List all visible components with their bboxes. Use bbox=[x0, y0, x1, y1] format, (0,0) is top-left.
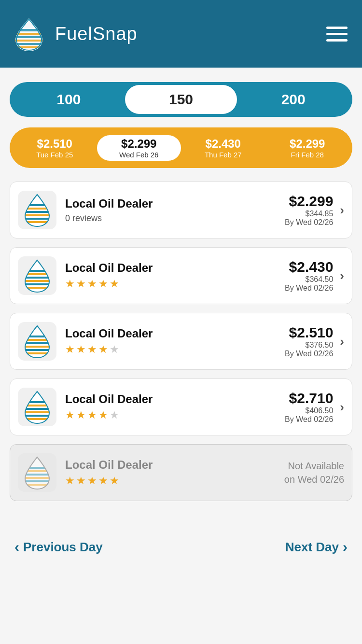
star-4: ★ bbox=[98, 343, 108, 356]
date-price-wed: $2.299 bbox=[121, 137, 156, 151]
date-price-tue: $2.510 bbox=[37, 137, 72, 151]
quantity-option-150[interactable]: 150 bbox=[125, 85, 237, 114]
chevron-right-icon-4: › bbox=[340, 400, 344, 415]
svg-rect-26 bbox=[25, 352, 49, 354]
date-option-fri[interactable]: $2.299 Fri Feb 28 bbox=[265, 135, 350, 161]
dealer-delivery-2: By Wed 02/26 bbox=[285, 284, 333, 293]
star-1: ★ bbox=[65, 343, 75, 356]
date-option-tue[interactable]: $2.510 Tue Feb 25 bbox=[13, 135, 97, 161]
dealer-price-area-1: $2.299 $344.85 By Wed 02/26 bbox=[285, 193, 333, 227]
dealer-stars-2: ★ ★ ★ ★ ★ bbox=[65, 278, 285, 290]
quantity-selector: 100 150 200 bbox=[10, 82, 352, 117]
star-4: ★ bbox=[98, 278, 108, 290]
dealer-delivery-3: By Wed 02/26 bbox=[285, 350, 333, 358]
app-header: FuelSnap bbox=[0, 0, 362, 68]
dealer-info-3: Local Oil Dealer ★ ★ ★ ★ ★ bbox=[65, 327, 285, 356]
svg-rect-16 bbox=[25, 277, 49, 279]
dealer-price-area-3: $2.510 $376.50 By Wed 02/26 bbox=[285, 324, 333, 358]
dealer-info-5: Local Oil Dealer ★ ★ ★ ★ ★ bbox=[65, 458, 284, 487]
svg-rect-19 bbox=[25, 287, 49, 289]
chevron-right-icon-1: › bbox=[340, 203, 344, 218]
dealer-name-3: Local Oil Dealer bbox=[65, 327, 285, 340]
dealer-name-4: Local Oil Dealer bbox=[65, 392, 285, 406]
svg-rect-23 bbox=[25, 342, 49, 344]
dealer-card-3[interactable]: Local Oil Dealer ★ ★ ★ ★ ★ $2.510 $376.5… bbox=[10, 313, 352, 370]
dealer-total-3: $376.50 bbox=[285, 341, 333, 350]
star-3: ★ bbox=[87, 409, 97, 421]
dealer-info-4: Local Oil Dealer ★ ★ ★ ★ ★ bbox=[65, 392, 285, 421]
dealer-delivery-1: By Wed 02/26 bbox=[285, 218, 333, 227]
svg-rect-11 bbox=[25, 218, 49, 220]
date-price-thu: $2.430 bbox=[206, 137, 241, 151]
menu-button[interactable] bbox=[326, 27, 348, 42]
logo-area: FuelSnap bbox=[10, 14, 138, 53]
previous-day-label: Previous Day bbox=[23, 540, 103, 555]
svg-rect-38 bbox=[25, 477, 49, 479]
chevron-right-icon-3: › bbox=[340, 334, 344, 349]
svg-rect-40 bbox=[25, 484, 49, 486]
dealer-total-4: $406.50 bbox=[285, 406, 333, 415]
svg-rect-39 bbox=[25, 480, 49, 482]
dealer-card-4[interactable]: Local Oil Dealer ★ ★ ★ ★ ★ $2.710 $406.5… bbox=[10, 378, 352, 435]
svg-rect-25 bbox=[25, 349, 49, 351]
star-2: ★ bbox=[76, 409, 86, 421]
svg-rect-9 bbox=[25, 211, 49, 213]
dealer-card-1[interactable]: Local Oil Dealer 0 reviews $2.299 $344.8… bbox=[10, 182, 352, 238]
star-5: ★ bbox=[110, 278, 119, 290]
date-label-tue: Tue Feb 25 bbox=[36, 151, 73, 159]
dealer-logo-1 bbox=[18, 191, 56, 229]
star-5-empty: ★ bbox=[110, 409, 119, 421]
svg-rect-24 bbox=[25, 346, 49, 348]
next-day-label: Next Day bbox=[285, 540, 339, 555]
svg-rect-30 bbox=[25, 408, 49, 410]
svg-rect-33 bbox=[25, 418, 49, 420]
date-label-fri: Fri Feb 28 bbox=[291, 151, 324, 159]
star-2: ★ bbox=[76, 343, 86, 356]
star-4: ★ bbox=[98, 409, 108, 421]
dealer-info-2: Local Oil Dealer ★ ★ ★ ★ ★ bbox=[65, 261, 285, 290]
dealer-logo-3 bbox=[18, 322, 56, 361]
svg-rect-18 bbox=[25, 283, 49, 285]
svg-rect-8 bbox=[25, 208, 49, 210]
star-3: ★ bbox=[87, 475, 97, 487]
quantity-option-100[interactable]: 100 bbox=[13, 85, 125, 114]
dealer-name-5: Local Oil Dealer bbox=[65, 458, 284, 472]
svg-rect-29 bbox=[25, 405, 49, 406]
date-label-wed: Wed Feb 26 bbox=[119, 151, 158, 159]
star-1: ★ bbox=[65, 409, 75, 421]
svg-rect-1 bbox=[15, 33, 42, 35]
date-price-fri: $2.299 bbox=[290, 137, 325, 151]
star-5: ★ bbox=[110, 475, 119, 487]
dealer-price-area-2: $2.430 $364.50 By Wed 02/26 bbox=[285, 259, 333, 293]
star-1: ★ bbox=[65, 475, 75, 487]
dealer-card-5: Local Oil Dealer ★ ★ ★ ★ ★ Not Available… bbox=[10, 444, 352, 501]
bottom-navigation: ‹ Previous Day Next Day › bbox=[0, 524, 362, 570]
main-content: 100 150 200 $2.510 Tue Feb 25 $2.299 Wed… bbox=[0, 68, 362, 519]
svg-rect-3 bbox=[15, 40, 42, 42]
svg-rect-4 bbox=[15, 43, 42, 45]
dealer-logo-2 bbox=[18, 256, 56, 295]
quantity-option-200[interactable]: 200 bbox=[237, 85, 349, 114]
svg-rect-31 bbox=[25, 411, 49, 413]
dealer-total-2: $364.50 bbox=[285, 275, 333, 284]
dealer-info-1: Local Oil Dealer 0 reviews bbox=[65, 197, 285, 224]
dealer-card-2[interactable]: Local Oil Dealer ★ ★ ★ ★ ★ $2.430 $364.5… bbox=[10, 247, 352, 304]
date-option-wed[interactable]: $2.299 Wed Feb 26 bbox=[97, 135, 181, 161]
star-3: ★ bbox=[87, 278, 97, 290]
dealer-price-3: $2.510 bbox=[285, 324, 333, 341]
star-4: ★ bbox=[98, 475, 108, 487]
chevron-right-icon-2: › bbox=[340, 268, 344, 283]
dealer-logo-4 bbox=[18, 388, 56, 426]
date-selector: $2.510 Tue Feb 25 $2.299 Wed Feb 26 $2.4… bbox=[10, 127, 352, 168]
dealer-price-area-4: $2.710 $406.50 By Wed 02/26 bbox=[285, 390, 333, 424]
previous-day-button[interactable]: ‹ Previous Day bbox=[14, 539, 103, 555]
dealer-total-1: $344.85 bbox=[285, 210, 333, 218]
next-day-button[interactable]: Next Day › bbox=[285, 539, 348, 555]
date-option-thu[interactable]: $2.430 Thu Feb 27 bbox=[181, 135, 265, 161]
star-2: ★ bbox=[76, 278, 86, 290]
dealer-stars-5: ★ ★ ★ ★ ★ bbox=[65, 475, 284, 487]
svg-rect-10 bbox=[25, 214, 49, 216]
dealer-name-2: Local Oil Dealer bbox=[65, 261, 285, 275]
star-1: ★ bbox=[65, 278, 75, 290]
next-arrow-icon: › bbox=[343, 539, 348, 555]
